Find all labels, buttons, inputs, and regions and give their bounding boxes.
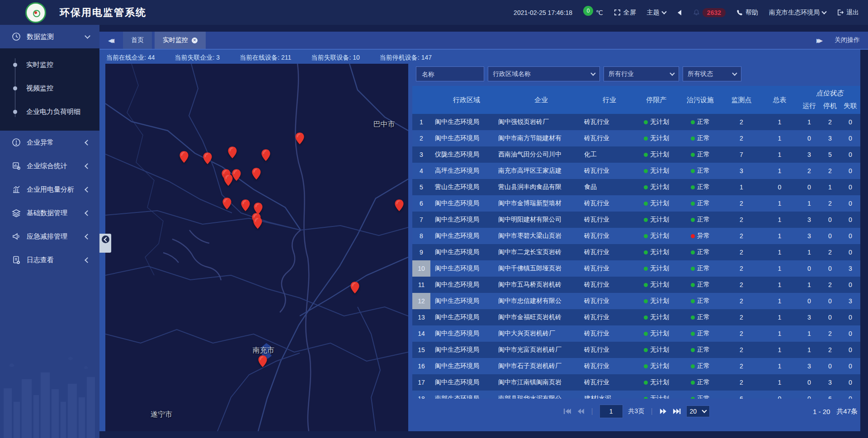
map-marker-pin[interactable] (203, 152, 212, 165)
app-logo (25, 2, 46, 23)
map-marker-pin[interactable] (253, 217, 263, 229)
col-header-stop: 停机 (820, 98, 840, 114)
map-marker-pin[interactable] (261, 149, 271, 161)
table-row[interactable]: 5营山生态环境局营山县润丰肉食品有限食品无计划正常10010 (412, 179, 860, 195)
status-dot-icon (644, 169, 648, 173)
cell-company: 阆中市忠信建材有限公 (498, 293, 584, 309)
sidebar-item[interactable]: 数据监测 (0, 25, 99, 48)
row-number: 15 (412, 342, 430, 358)
tab-realtime-monitor[interactable]: 实时监控 ✕ (155, 32, 206, 49)
table-row[interactable]: 16阆中生态环境局阆中市石子页岩机砖厂砖瓦行业无计划正常21300 (412, 358, 860, 374)
sidebar-item[interactable]: 企业异常 (0, 131, 99, 154)
cell-limit-status: 无计划 (635, 179, 678, 195)
cell-limit-status: 无计划 (635, 163, 678, 179)
cell-points: 1 (722, 179, 760, 195)
tab-close-icon[interactable]: ✕ (192, 38, 198, 43)
map-panel[interactable]: 巴中市南充市遂宁市 (105, 64, 408, 431)
table-row[interactable]: 9阆中生态环境局阆中市二龙长宝页岩砖砖瓦行业无计划正常21120 (412, 244, 860, 260)
sidebar-subitem[interactable]: 视频监控 (0, 76, 99, 100)
map-marker-pin[interactable] (222, 197, 232, 210)
status-filter-select[interactable]: 所有状态 (683, 66, 741, 81)
cell-limit-status: 无计划 (635, 130, 678, 146)
map-marker-pin[interactable] (258, 355, 268, 367)
col-header-run: 运行 (799, 98, 820, 114)
close-operations-button[interactable]: 关闭操作 (835, 36, 860, 44)
status-dot-icon (644, 299, 648, 303)
table-row[interactable]: 1阆中生态环境局阆中强锐页岩砖厂砖瓦行业无计划正常21120 (412, 114, 860, 130)
cell-points: 6 (722, 391, 760, 399)
map-marker-pin[interactable] (179, 151, 189, 163)
map-marker-pin[interactable] (227, 146, 237, 159)
tabs-scroll-left-button[interactable]: ◀◀ (99, 32, 123, 49)
sidebar-subitem[interactable]: 实时监控 (0, 53, 99, 76)
cell-stop: 2 (820, 244, 840, 260)
temperature-indicator: 0 ℃ (583, 9, 603, 16)
cell-lost: 0 (840, 244, 860, 260)
cell-treatment-status: 正常 (678, 163, 722, 179)
table-row[interactable]: 10阆中生态环境局阆中千佛镇五郎垭页岩砖瓦行业无计划正常21003 (412, 260, 860, 277)
fullscreen-button[interactable]: 全屏 (614, 9, 636, 17)
table-row[interactable]: 3仪陇生态环境局西南油气田分公司川中化工无计划正常71350 (412, 146, 860, 163)
table-row[interactable]: 12阆中生态环境局阆中市忠信建材有限公砖瓦行业无计划正常21003 (412, 293, 860, 309)
table-row[interactable]: 8阆中生态环境局阆中市枣碧大梁山页岩砖瓦行业无计划异常21300 (412, 228, 860, 244)
sidebar-item[interactable]: 企业用电量分析 (0, 178, 99, 201)
theme-dropdown[interactable]: 主题 (647, 9, 666, 17)
cell-run: 1 (799, 114, 820, 130)
status-dot-icon (644, 332, 648, 336)
last-page-button[interactable] (673, 408, 681, 414)
cell-meters: 1 (760, 228, 799, 244)
map-marker-pin[interactable] (223, 174, 233, 187)
name-filter-input[interactable] (421, 70, 479, 78)
chevron-left-icon (85, 163, 90, 169)
top-header-bar: 环保用电监管系统 2021-02-25 17:46:18 0 ℃ 全屏 主题 2… (0, 0, 868, 25)
cell-stop: 0 (820, 212, 840, 228)
sidebar-collapse-button[interactable] (99, 234, 111, 253)
cell-lost: 0 (840, 342, 860, 358)
cell-lost: 0 (840, 309, 860, 325)
map-marker-pin[interactable] (241, 199, 250, 212)
notification-area[interactable]: 2632 (693, 8, 726, 17)
sidebar-item[interactable]: 基础数据管理 (0, 201, 99, 225)
page-number-input[interactable] (599, 405, 623, 418)
table-row[interactable]: 2阆中生态环境局阆中市南方节能建材有砖瓦行业无计划正常21030 (412, 130, 860, 146)
status-dot-icon (691, 234, 695, 238)
tab-home[interactable]: 首页 (123, 32, 152, 49)
table-row[interactable]: 13阆中生态环境局阆中市金福旺页岩机砖砖瓦行业无计划正常21300 (412, 309, 860, 325)
cell-stop: 0 (820, 309, 840, 325)
megaphone-icon (12, 232, 21, 241)
table-row[interactable]: 17阆中生态环境局阆中市江南镇阆南页岩砖瓦行业无计划正常21030 (412, 374, 860, 391)
map-marker-pin[interactable] (295, 132, 305, 145)
logout-button[interactable]: 退出 (837, 9, 859, 17)
tabs-scroll-right-button[interactable]: ▶▶ (816, 37, 823, 44)
table-row[interactable]: 11阆中生态环境局阆中市五马桥页岩机砖砖瓦行业无计划正常21120 (412, 277, 860, 293)
sidebar-item[interactable]: 日志查看 (0, 248, 99, 272)
table-row[interactable]: 18南部生态环境局南部县瑞华水泥有限公建材|水泥无计划正常60060 (412, 391, 860, 399)
col-header-company: 企业 (498, 86, 584, 114)
cell-region: 高坪生态环境局 (430, 163, 498, 179)
help-button[interactable]: 帮助 (736, 9, 758, 17)
table-row[interactable]: 6阆中生态环境局阆中市金博瑞新型墙材砖瓦行业无计划正常21120 (412, 195, 860, 212)
city-skyline-watermark (0, 348, 99, 438)
prev-page-button[interactable] (576, 408, 585, 414)
region-filter-select[interactable]: 行政区域名称 (488, 66, 600, 81)
status-dot-icon (691, 169, 695, 173)
map-marker-pin[interactable] (251, 168, 261, 180)
cell-region: 阆中生态环境局 (430, 374, 498, 391)
first-page-button[interactable] (563, 408, 571, 414)
status-dot-icon (644, 137, 648, 141)
sidebar-item[interactable]: 企业综合统计 (0, 154, 99, 178)
next-page-button[interactable] (659, 408, 667, 414)
sidebar-item[interactable]: 应急减排管理 (0, 225, 99, 248)
table-row[interactable]: 14阆中生态环境局阆中大兴页岩机砖厂砖瓦行业无计划正常21120 (412, 325, 860, 342)
map-marker-pin[interactable] (350, 281, 360, 294)
org-dropdown[interactable]: 南充市生态环境局 (769, 9, 826, 17)
mute-button[interactable] (677, 9, 682, 16)
table-row[interactable]: 15阆中生态环境局阆中市光富页岩机砖厂砖瓦行业无计划正常21120 (412, 342, 860, 358)
industry-filter-select[interactable]: 所有行业 (604, 66, 679, 81)
map-marker-pin[interactable] (394, 199, 404, 212)
table-row[interactable]: 7阆中生态环境局阆中明阳建材有限公司砖瓦行业无计划正常21300 (412, 212, 860, 228)
sidebar-subitem[interactable]: 企业电力负荷明细 (0, 100, 99, 123)
cell-region: 阆中生态环境局 (430, 212, 498, 228)
table-row[interactable]: 4高坪生态环境局南充市高坪区王家店建砖瓦行业无计划正常31220 (412, 163, 860, 179)
page-size-select[interactable]: 20 (686, 405, 710, 417)
